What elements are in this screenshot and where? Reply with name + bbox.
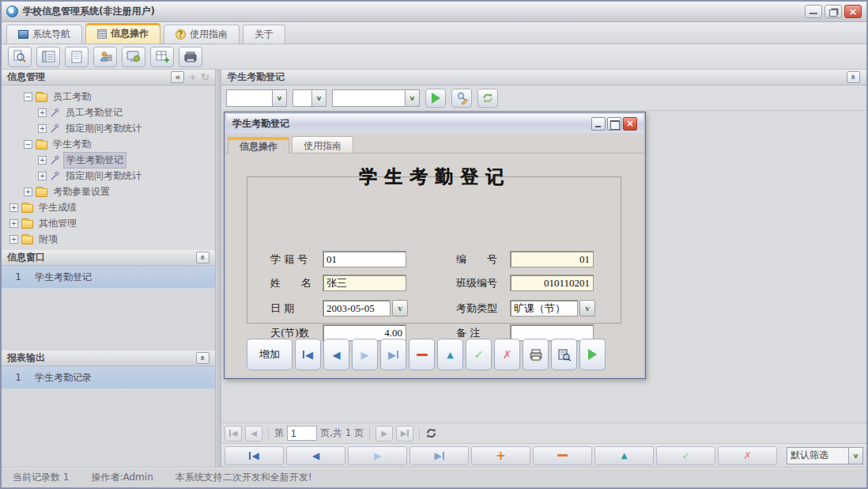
last-record-button[interactable]: ▶	[409, 446, 469, 465]
refresh-icon[interactable]: ↻	[201, 71, 209, 83]
tree-item-student-scores[interactable]: + 学生成绩	[2, 199, 215, 215]
reload-icon[interactable]	[425, 427, 437, 439]
last-page-button[interactable]: ▶	[396, 426, 413, 442]
attend-type-combo[interactable]: v	[510, 300, 595, 317]
filter-combo-3[interactable]: v	[332, 89, 420, 107]
execute-button[interactable]	[579, 339, 606, 370]
first-record-icon: ◀	[251, 450, 259, 461]
tree-item-student-attendance[interactable]: − 学生考勤	[2, 136, 215, 152]
expand-toggle-icon[interactable]: +	[24, 188, 32, 196]
tree-item-employee-attendance-register[interactable]: + 员工考勤登记	[2, 104, 215, 120]
preview-button[interactable]	[551, 339, 577, 370]
tree-item-employee-attendance[interactable]: − 员工考勤	[2, 89, 215, 104]
save-record-button[interactable]: ✓	[656, 446, 715, 465]
collapse-panel-button[interactable]: «	[196, 252, 209, 263]
add-button[interactable]: 增加	[247, 339, 292, 370]
close-button[interactable]: ×	[844, 5, 862, 18]
first-page-button[interactable]: ◀	[225, 426, 242, 442]
prev-record-button[interactable]: ◀	[323, 339, 349, 370]
tree-item-period-stats-2[interactable]: + 指定期间考勤统计	[2, 168, 215, 184]
chevron-down-icon[interactable]: v	[392, 300, 408, 317]
minimize-button[interactable]	[805, 5, 822, 18]
form-view-button[interactable]	[36, 47, 60, 67]
table-add-button[interactable]	[150, 47, 174, 67]
tree-item-student-attendance-register[interactable]: + 学生考勤登记	[2, 152, 215, 168]
prev-page-button[interactable]: ◀	[245, 426, 262, 442]
next-page-button[interactable]: ▶	[376, 426, 393, 442]
print-button[interactable]	[523, 339, 549, 370]
dialog-tab-info-operation[interactable]: 信息操作	[228, 137, 289, 154]
search-icon	[13, 50, 27, 63]
chevron-down-icon[interactable]: v	[579, 300, 595, 317]
export-button[interactable]	[179, 47, 202, 67]
cancel-record-button[interactable]: ✗	[494, 339, 520, 370]
add-record-button[interactable]: +	[471, 446, 530, 465]
cancel-record-button[interactable]: ✗	[718, 446, 777, 465]
collapse-toggle-icon[interactable]: −	[24, 93, 32, 101]
tree-item-period-stats-1[interactable]: + 指定期间考勤统计	[2, 120, 215, 136]
expand-toggle-icon[interactable]: +	[38, 124, 47, 133]
report-output-list: 1 学生考勤记录	[2, 366, 215, 467]
panel-splitter[interactable]	[215, 70, 221, 467]
info-window-item[interactable]: 1 学生考勤登记	[2, 266, 215, 289]
prev-record-button[interactable]: ◀	[286, 446, 345, 465]
tab-about[interactable]: 关于	[243, 25, 285, 44]
next-record-button[interactable]: ▶	[348, 446, 407, 465]
delete-record-button[interactable]	[409, 339, 435, 370]
item-index: 1	[2, 372, 35, 383]
expand-toggle-icon[interactable]: +	[9, 203, 18, 212]
user-manage-button[interactable]	[93, 47, 117, 67]
add-icon[interactable]: +	[188, 71, 197, 83]
collapse-panel-button[interactable]: «	[196, 352, 209, 364]
dialog-tab-guide[interactable]: 使用指南	[292, 136, 353, 153]
edit-record-button[interactable]: ▲	[594, 446, 654, 465]
tree-item-attendance-params[interactable]: + 考勤参量设置	[2, 184, 215, 199]
chevron-down-icon[interactable]: v	[405, 89, 420, 107]
expand-toggle-icon[interactable]: +	[9, 235, 18, 244]
run-query-button[interactable]	[425, 89, 446, 108]
last-record-button[interactable]: ▶	[380, 339, 406, 370]
attend-type-input[interactable]	[510, 300, 578, 317]
report-output-item[interactable]: 1 学生考勤记录	[2, 366, 215, 389]
dialog-maximize-button[interactable]	[607, 117, 621, 131]
document-button[interactable]	[65, 47, 89, 67]
expand-toggle-icon[interactable]: +	[38, 108, 47, 117]
tool-icon	[50, 123, 60, 134]
tree-item-other-management[interactable]: + 其他管理	[2, 215, 215, 231]
tab-info-operation[interactable]: 信息操作	[85, 23, 160, 44]
first-record-button[interactable]: ◀	[225, 446, 284, 465]
restore-button[interactable]	[825, 5, 842, 18]
edit-record-button[interactable]: ▲	[437, 339, 463, 370]
tab-user-guide[interactable]: ? 使用指南	[164, 25, 240, 44]
next-record-button[interactable]: ▶	[352, 339, 378, 370]
dialog-title-bar[interactable]: 学生考勤登记 ×	[226, 114, 643, 133]
operator-label: 操作者:Admin	[80, 471, 164, 484]
collapse-toggle-icon[interactable]: −	[24, 140, 32, 149]
edit-search-button[interactable]	[451, 89, 472, 108]
dialog-close-button[interactable]: ×	[623, 117, 637, 131]
tree-item-appendix[interactable]: + 附项	[2, 231, 215, 247]
first-record-button[interactable]: ◀	[295, 339, 321, 370]
collapse-main-button[interactable]: «	[847, 71, 860, 83]
chevron-down-icon[interactable]: v	[311, 89, 326, 107]
expand-toggle-icon[interactable]: +	[38, 172, 47, 180]
chevron-down-icon[interactable]: v	[848, 447, 863, 464]
save-record-button[interactable]: ✓	[466, 339, 492, 370]
expand-toggle-icon[interactable]: +	[9, 219, 18, 228]
search-button[interactable]	[8, 47, 32, 67]
student-no-input[interactable]	[323, 251, 406, 267]
page-number-input[interactable]	[287, 426, 317, 441]
collapse-left-button[interactable]: «	[171, 71, 184, 83]
dialog-minimize-button[interactable]	[591, 117, 606, 131]
date-combo[interactable]: v	[323, 300, 408, 317]
filter-combo-1[interactable]: v	[226, 89, 287, 107]
filter-select[interactable]: 默认筛选 v	[787, 447, 863, 464]
filter-combo-2[interactable]: v	[292, 89, 326, 107]
delete-record-button[interactable]	[533, 446, 592, 465]
monitor-button[interactable]	[122, 47, 145, 67]
expand-toggle-icon[interactable]: +	[38, 156, 47, 165]
tab-system-nav[interactable]: 系统导航	[6, 25, 82, 44]
date-input[interactable]	[323, 300, 391, 317]
chevron-down-icon[interactable]: v	[272, 89, 287, 107]
refresh-button[interactable]	[477, 89, 498, 108]
